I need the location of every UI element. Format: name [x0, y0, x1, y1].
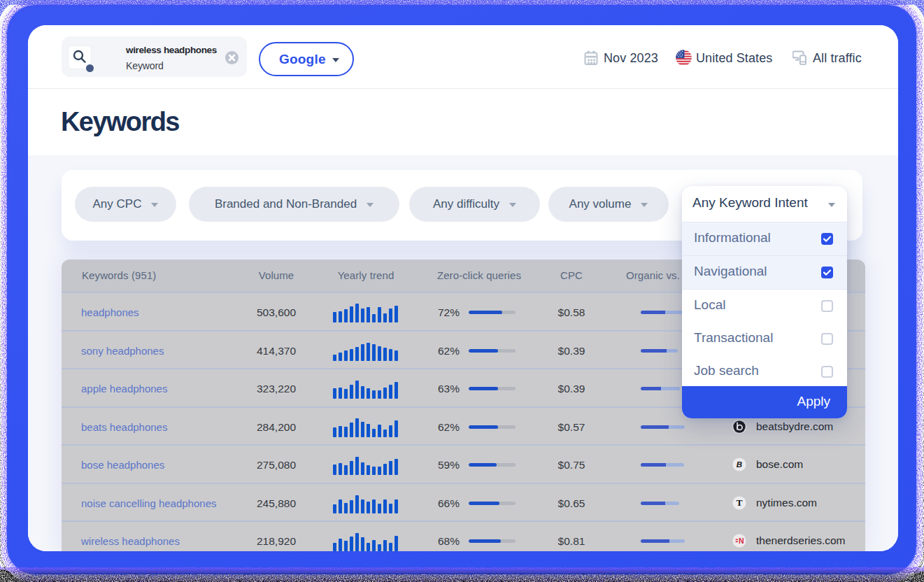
svg-text:T: T — [736, 497, 742, 508]
svg-text:B: B — [737, 460, 742, 469]
svg-text:N: N — [739, 537, 744, 545]
